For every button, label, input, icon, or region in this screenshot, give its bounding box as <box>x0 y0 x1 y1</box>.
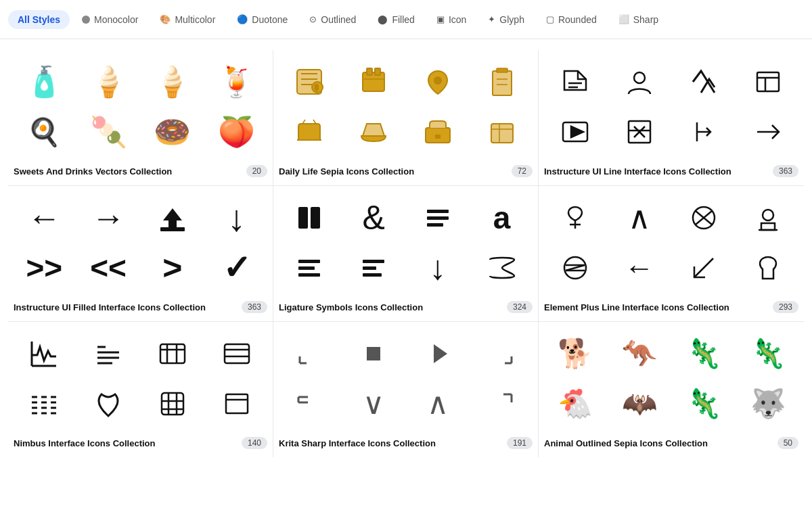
rounded-icon: ▢ <box>546 14 554 24</box>
icon-cell <box>608 58 670 106</box>
multicolor-icon: 🎨 <box>160 14 171 24</box>
collection-card-sweets[interactable]: 🧴 🍦 🍦 🍹 🍳 🍡 🍩 🍑 Sweets And Drinks Vector… <box>8 50 273 186</box>
icon-cell: 🐺 <box>737 380 798 427</box>
icon-grid: $ <box>279 58 533 156</box>
nav-item-filled[interactable]: ⬤ Filled <box>368 10 424 29</box>
icon-cell <box>206 380 267 427</box>
svg-rect-8 <box>375 68 380 75</box>
icon-cell <box>279 330 340 377</box>
icon-grid <box>14 330 267 427</box>
nav-item-glyph[interactable]: ✦ Glyph <box>478 10 534 29</box>
icon-cell <box>544 108 606 156</box>
svg-rect-40 <box>427 223 443 227</box>
svg-rect-70 <box>225 344 249 363</box>
icon-cell: $ <box>279 58 340 106</box>
svg-rect-85 <box>162 393 183 415</box>
svg-rect-42 <box>298 266 315 270</box>
nav-label: Multicolor <box>175 14 215 25</box>
icon-cell <box>407 108 469 156</box>
collection-count: 363 <box>773 165 798 177</box>
svg-rect-94 <box>367 347 380 360</box>
svg-rect-44 <box>363 260 384 263</box>
collection-footer: Animal Outlined Sepia Icons Collection 5… <box>544 434 798 449</box>
icon-cell: 🦎 <box>737 330 798 377</box>
icon-grid: 🧴 🍦 🍦 🍹 🍳 🍡 🍩 🍑 <box>14 58 267 156</box>
svg-rect-38 <box>427 210 449 213</box>
svg-marker-27 <box>571 126 583 137</box>
svg-point-52 <box>763 210 773 220</box>
collection-footer: Daily Life Sepia Icons Collection 72 <box>279 162 533 177</box>
nav-item-icon[interactable]: ▣ Icon <box>427 10 476 29</box>
icon-cell: & <box>343 194 405 241</box>
icon-cell <box>343 244 405 291</box>
collection-card-element-plus[interactable]: ∧ <box>539 186 804 322</box>
icon-grid: ← → ↓ >> << > ✓ <box>14 194 267 291</box>
svg-rect-43 <box>298 273 320 277</box>
collection-footer: Instructure UI Filled Interface Icons Co… <box>14 298 267 313</box>
svg-rect-66 <box>160 344 185 363</box>
nav-item-sharp[interactable]: ⬜ Sharp <box>609 10 668 29</box>
collection-card-krita[interactable]: ∨ ∧ Krita Sharp Interface Icons Collecti… <box>273 322 539 457</box>
nav-item-rounded[interactable]: ▢ Rounded <box>537 10 606 29</box>
icon-cell <box>279 380 340 427</box>
icon-cell <box>14 330 75 377</box>
icon-cell <box>14 380 75 427</box>
svg-rect-12 <box>497 68 508 72</box>
icon-cell <box>279 194 340 241</box>
icon-cell: 🍩 <box>142 108 204 156</box>
collection-count: 20 <box>246 165 267 177</box>
icon-cell: 🍳 <box>14 108 75 156</box>
icon-cell: ∧ <box>407 380 469 427</box>
collection-name: Ligature Symbols Icons Collection <box>279 302 423 312</box>
svg-rect-41 <box>298 260 320 263</box>
icon-icon: ▣ <box>436 14 445 24</box>
collection-name: Instructure UI Filled Interface Icons Co… <box>14 302 206 312</box>
icon-cell <box>673 108 734 156</box>
icon-cell: ∨ <box>343 380 405 427</box>
nav-label: Rounded <box>558 14 597 25</box>
collection-name: Sweets And Drinks Vectors Collection <box>14 166 172 177</box>
collection-card-instructure-line[interactable]: Instructure UI Line Interface Icons Coll… <box>539 50 804 186</box>
icon-cell <box>608 108 670 156</box>
nav-label: Glyph <box>499 14 524 25</box>
nav-item-all-styles[interactable]: All Styles <box>8 10 70 29</box>
svg-rect-37 <box>311 207 320 229</box>
icon-cell: 🍹 <box>206 58 267 106</box>
icon-cell: 🍦 <box>142 58 204 106</box>
nav-item-outlined[interactable]: ⊙ Outlined <box>300 10 365 29</box>
icon-cell: > <box>142 244 204 291</box>
icon-grid: & a <box>279 194 533 291</box>
filled-icon: ⬤ <box>378 14 388 24</box>
svg-line-59 <box>694 258 713 277</box>
icon-cell <box>673 244 734 291</box>
nav-item-multicolor[interactable]: 🎨 Multicolor <box>150 10 225 29</box>
nav-item-monocolor[interactable]: Monocolor <box>72 10 148 29</box>
icon-cell <box>407 58 469 106</box>
icon-cell <box>471 58 533 106</box>
icon-cell <box>737 194 798 241</box>
duotone-icon: 🔵 <box>237 14 248 24</box>
collection-card-ligature[interactable]: & a <box>273 186 539 322</box>
icon-cell <box>407 194 469 241</box>
collection-card-animal[interactable]: 🐕 🦘 🦎 🦎 🐔 🦇 🦎 🐺 Animal Outlined Sepia Ic… <box>539 322 804 457</box>
nav-label: Sharp <box>633 14 658 25</box>
icon-cell: ← <box>608 244 670 291</box>
svg-rect-35 <box>160 227 185 231</box>
svg-rect-46 <box>363 273 382 277</box>
svg-point-22 <box>634 72 645 83</box>
icon-cell <box>343 58 405 106</box>
collection-card-nimbus[interactable]: Nimbus Interface Icons Collection 140 <box>8 322 273 457</box>
collection-card-daily-life[interactable]: $ <box>273 50 539 186</box>
icon-cell <box>471 330 533 377</box>
icon-cell <box>279 108 340 156</box>
nav-item-duotone[interactable]: 🔵 Duotone <box>227 10 297 29</box>
icon-cell <box>471 380 533 427</box>
collection-count: 72 <box>512 165 533 177</box>
svg-rect-7 <box>367 68 372 75</box>
svg-rect-16 <box>435 135 441 139</box>
collection-card-instructure-filled[interactable]: ← → ↓ >> << > ✓ Instructure UI Filled In… <box>8 186 273 322</box>
icon-cell: 🍦 <box>78 58 139 106</box>
svg-rect-6 <box>363 72 384 91</box>
icon-grid: ∧ <box>544 194 798 291</box>
icon-cell <box>78 380 139 427</box>
